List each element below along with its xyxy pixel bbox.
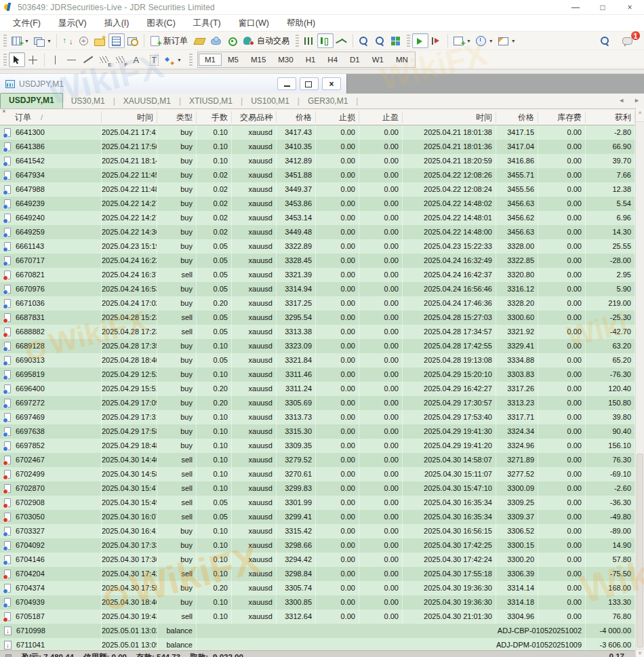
mql5-community-button[interactable] xyxy=(208,33,224,48)
trend-line-button[interactable] xyxy=(80,52,96,67)
close-button[interactable]: × xyxy=(625,3,635,12)
menu-view[interactable]: 显示(V) xyxy=(49,16,96,31)
indicators-button[interactable]: ▼ xyxy=(451,33,473,48)
scroll-up-arrow[interactable]: ^ xyxy=(636,107,644,122)
tab-us100[interactable]: US100,M1 xyxy=(243,94,298,108)
table-row[interactable]: 66413002025.04.21 17:41:54buy0.10xauusd3… xyxy=(0,125,635,140)
column-header-open-time[interactable]: 时间 xyxy=(102,111,157,123)
tab-ger30[interactable]: GER30,M1 xyxy=(300,94,356,108)
table-row[interactable]: 66479342025.04.22 11:45:13buy0.02xauusd3… xyxy=(0,168,635,182)
table-row[interactable]: 66903132025.04.28 18:40:41buy0.05xauusd3… xyxy=(0,353,635,367)
table-row[interactable]: 66492402025.04.22 14:27:51buy0.02xauusd3… xyxy=(0,211,635,225)
chart-window-titlebar[interactable]: USDJPY,M1 × xyxy=(0,74,347,94)
candlestick-chart-button[interactable] xyxy=(317,33,334,48)
table-row[interactable]: 66710362025.04.24 17:02:23buy0.20xauusd3… xyxy=(0,296,635,311)
timeframe-m1[interactable]: M1 xyxy=(199,54,222,66)
crosshair-button[interactable] xyxy=(25,52,41,67)
table-row[interactable]: 67030502025.04.30 16:07:53sell0.05xauusd… xyxy=(0,510,635,524)
timeframe-h4[interactable]: H4 xyxy=(321,54,344,66)
tile-windows-button[interactable] xyxy=(388,33,405,48)
periods-button[interactable]: ▼ xyxy=(473,33,496,48)
timeframe-d1[interactable]: D1 xyxy=(344,54,366,66)
maximize-button[interactable]: □ xyxy=(598,3,607,12)
new-chart-button[interactable]: ▼ xyxy=(9,33,31,48)
toolbar-grip[interactable] xyxy=(189,54,193,66)
table-row[interactable]: 66891282025.04.28 17:35:04buy0.10xauusd3… xyxy=(0,339,635,353)
table-row[interactable]: 67040922025.04.30 17:33:22buy0.10xauusd3… xyxy=(0,538,635,553)
column-header-sl[interactable]: 止损 xyxy=(316,111,359,123)
table-row[interactable]: 66958192025.04.29 12:52:41buy0.10xauusd3… xyxy=(0,367,635,382)
timeframe-h1[interactable]: H1 xyxy=(300,54,322,66)
toolbar-grip[interactable] xyxy=(3,54,7,66)
menu-window[interactable]: 窗口(W) xyxy=(230,16,278,31)
bar-chart-button[interactable] xyxy=(301,33,317,48)
tab-xtiusd[interactable]: XTIUSD,M1 xyxy=(181,94,241,108)
zoom-in-button[interactable] xyxy=(356,33,372,48)
menu-insert[interactable]: 插入(I) xyxy=(96,16,138,31)
table-row[interactable]: 66415422025.04.21 18:14:19buy0.10xauusd3… xyxy=(0,154,635,168)
table-row[interactable]: 66978522025.04.29 18:48:12buy0.10xauusd3… xyxy=(0,439,635,453)
column-header-close-price[interactable]: 价格 xyxy=(496,111,538,123)
table-row[interactable]: 66492392025.04.22 14:27:39buy0.02xauusd3… xyxy=(0,197,635,211)
cursor-button[interactable] xyxy=(9,52,25,67)
table-row[interactable]: 66611432025.04.23 15:19:48buy0.05xauusd3… xyxy=(0,239,635,254)
tab-scroll-right[interactable]: ► xyxy=(634,97,640,104)
tab-us30[interactable]: US30,M1 xyxy=(63,94,113,108)
table-row[interactable]: 66972722025.04.29 17:09:47buy0.20xauusd3… xyxy=(0,396,635,410)
toolbar-grip[interactable] xyxy=(3,35,7,47)
table-row[interactable]: 66413862025.04.21 17:50:23buy0.10xauusd3… xyxy=(0,140,635,154)
table-row[interactable]: 67029082025.04.30 15:49:06sell0.05xauusd… xyxy=(0,496,635,510)
column-header-order[interactable]: 订单/ xyxy=(0,111,102,123)
tick-chart-button[interactable] xyxy=(60,33,76,48)
column-header-symbol[interactable]: 交易品种 xyxy=(232,111,277,123)
market-watch-button[interactable] xyxy=(108,33,125,48)
arrow-objects-button[interactable]: ▼ xyxy=(161,52,184,67)
tab-usdjpy[interactable]: USDJPY,M1 xyxy=(0,93,63,108)
tab-scroll-left[interactable]: ◄ xyxy=(618,97,624,104)
column-header-lots[interactable]: 手数 xyxy=(197,111,232,123)
vertical-scrollbar[interactable]: ^ v xyxy=(635,107,644,657)
favorites-button[interactable] xyxy=(92,33,108,48)
menu-file[interactable]: 文件(F) xyxy=(4,16,49,31)
table-row[interactable]: 66479882025.04.22 11:48:18buy0.02xauusd3… xyxy=(0,182,635,197)
table-row[interactable]: 66976382025.04.29 17:58:18buy0.10xauusd3… xyxy=(0,424,635,439)
column-header-close-time[interactable]: 时间 xyxy=(403,111,496,123)
table-row[interactable]: 67024992025.04.30 14:58:52sell0.10xauusd… xyxy=(0,467,635,481)
tab-xauusd[interactable]: XAUUSD,M1 xyxy=(115,94,179,108)
chart-minimize-button[interactable] xyxy=(277,77,296,90)
table-row[interactable]: 67051872025.04.30 19:43:25sell0.10xauusd… xyxy=(0,610,635,624)
templates-button[interactable]: ▼ xyxy=(496,33,518,48)
fibonacci-button[interactable] xyxy=(113,52,129,67)
table-row[interactable]: 66709762025.04.24 16:53:50buy0.05xauusd3… xyxy=(0,282,635,296)
menu-tools[interactable]: 工具(T) xyxy=(184,16,230,31)
autotrading-button[interactable]: 自动交易 xyxy=(241,33,294,48)
menu-help[interactable]: 帮助(H) xyxy=(278,16,324,31)
text-button[interactable] xyxy=(129,52,145,67)
profiles-button[interactable]: ▼ xyxy=(31,33,54,48)
balance-row[interactable]: ↓67109982025.05.01 13:02:47balanceADJ-CB… xyxy=(0,624,635,638)
table-row[interactable]: 66878312025.04.28 15:23:17sell0.05xauusd… xyxy=(0,311,635,325)
chart-close-button[interactable]: × xyxy=(322,77,341,90)
table-row[interactable]: 66964002025.04.29 15:51:55buy0.20xauusd3… xyxy=(0,382,635,396)
table-row[interactable]: 67028702025.04.30 15:47:02sell0.10xauusd… xyxy=(0,481,635,496)
crosshair-target-button[interactable] xyxy=(76,33,92,48)
column-header-tp[interactable]: 止盈 xyxy=(359,111,403,123)
table-row[interactable]: 67024672025.04.30 14:40:15sell0.10xauusd… xyxy=(0,453,635,467)
text-label-button[interactable] xyxy=(145,52,161,67)
search-button[interactable] xyxy=(597,33,613,48)
eraser-button[interactable] xyxy=(192,33,208,48)
toolbar-grip[interactable] xyxy=(296,35,299,47)
timeframe-m5[interactable]: M5 xyxy=(222,54,245,66)
vertical-line-button[interactable] xyxy=(47,52,64,67)
equidistant-channel-button[interactable] xyxy=(96,52,113,67)
table-row[interactable]: 66707172025.04.24 16:22:14buy0.05xauusd3… xyxy=(0,254,635,268)
notifications-button[interactable]: 1 xyxy=(620,33,636,48)
horizontal-line-button[interactable] xyxy=(64,52,80,67)
table-row[interactable]: 66708212025.04.24 16:37:35sell0.05xauusd… xyxy=(0,268,635,282)
table-row[interactable]: 66974692025.04.29 17:31:35buy0.10xauusd3… xyxy=(0,410,635,424)
column-header-type[interactable]: 类型 xyxy=(157,111,197,123)
data-window-button[interactable] xyxy=(125,33,141,48)
table-row[interactable]: 66492592025.04.22 14:36:14buy0.02xauusd3… xyxy=(0,225,635,239)
chart-restore-button[interactable] xyxy=(300,77,319,90)
toolbar-grip[interactable] xyxy=(407,35,410,47)
